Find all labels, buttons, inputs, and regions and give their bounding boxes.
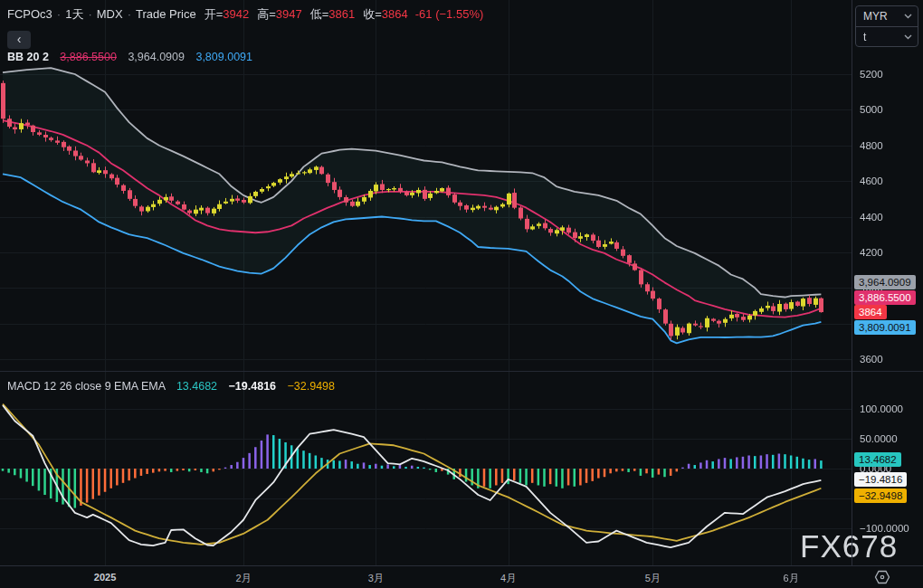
time-axis-label[interactable]: 6月 <box>784 572 799 585</box>
separator: · <box>128 7 131 21</box>
separator: · <box>88 7 91 21</box>
macd-tick: −100.0000 <box>860 523 909 534</box>
ohlc-label: 低= <box>310 7 329 21</box>
bb-basis-value: 3,886.5500 <box>60 51 117 63</box>
price-axis[interactable]: 520050004800460044004200400038003600100.… <box>852 0 923 565</box>
ohlc-label: 开= <box>205 7 224 21</box>
ohlc-label: 高= <box>257 7 276 21</box>
macd-axis-badge: −19.4816 <box>854 472 907 487</box>
interval[interactable]: 1天 <box>65 7 83 21</box>
price-type: Trade Price <box>136 7 196 21</box>
price-tick: 3600 <box>860 354 883 365</box>
unit-value: t <box>863 31 866 43</box>
time-axis-label[interactable]: 5月 <box>645 572 661 585</box>
macd-chart-canvas[interactable] <box>0 372 852 565</box>
exchange: MDX <box>97 7 123 21</box>
ohlc-value: 3864 <box>382 7 408 21</box>
macd-label: MACD 12 26 close 9 EMA EMA <box>7 380 165 393</box>
separator: · <box>57 7 61 21</box>
time-axis-label[interactable]: 2月 <box>235 572 251 585</box>
ohlc-value: 3942 <box>223 7 249 21</box>
last-price-axis-badge: 3864 <box>854 305 887 319</box>
pane-divider[interactable] <box>0 371 923 372</box>
price-tick: 5000 <box>860 104 883 115</box>
ohlc-value: 3947 <box>276 7 302 21</box>
price-tick: 4200 <box>860 247 883 258</box>
ohlc-label: 收= <box>363 7 382 21</box>
macd-signal-value: −32.9498 <box>288 380 335 393</box>
bb-lower-axis-badge: 3,809.0091 <box>854 320 916 335</box>
chevron-left-icon: ‹ <box>17 32 22 46</box>
bb-upper-value: 3,964.0909 <box>128 51 185 63</box>
bb-upper-axis-badge: 3,964.0909 <box>854 275 916 289</box>
bb-basis-axis-badge: 3,886.5500 <box>854 290 916 305</box>
signal-axis-badge: −32.9498 <box>854 488 907 503</box>
back-button[interactable]: ‹ <box>7 31 31 49</box>
bb-indicator-row[interactable]: BB 20 2 3,886.5500 3,964.0909 3,809.0091 <box>7 51 252 63</box>
macd-tick: 50.0000 <box>860 433 898 444</box>
bb-label: BB 20 2 <box>7 51 49 63</box>
currency-value: MYR <box>863 10 888 23</box>
macd-indicator-row[interactable]: MACD 12 26 close 9 EMA EMA 13.4682 −19.4… <box>7 380 335 393</box>
ohlc-value: 3861 <box>328 7 355 21</box>
macd-line-value: −19.4816 <box>229 380 276 393</box>
ohlc-values: 开=3942高=3947低=3861收=3864 <box>196 7 408 21</box>
bb-lower-value: 3,809.0091 <box>195 51 252 63</box>
time-axis[interactable]: 20252月3月4月5月6月 <box>0 565 923 588</box>
currency-dropdown[interactable]: MYR <box>856 6 918 26</box>
hist-axis-badge: 13.4682 <box>854 452 901 467</box>
time-axis-label[interactable]: 4月 <box>500 572 516 585</box>
chevron-down-icon <box>904 14 912 19</box>
price-tick: 4400 <box>860 212 883 223</box>
symbol-name[interactable]: FCPOc3 <box>7 7 52 21</box>
unit-dropdown[interactable]: t <box>856 27 918 47</box>
time-axis-label[interactable]: 3月 <box>368 572 384 585</box>
hexagon-settings-icon[interactable] <box>874 570 890 584</box>
price-tick: 5200 <box>860 69 883 80</box>
macd-tick: 100.0000 <box>860 403 903 414</box>
time-axis-label[interactable]: 2025 <box>94 572 116 583</box>
macd-hist-value: 13.4682 <box>176 380 217 393</box>
change-value: -61 (−1.55%) <box>415 7 484 21</box>
symbol-header: FCPOc3·1天·MDX·Trade Price开=3942高=3947低=3… <box>7 6 483 23</box>
price-tick: 4600 <box>860 175 883 186</box>
axis-unit-dropdowns: MYR t <box>855 5 918 47</box>
price-tick: 4800 <box>860 140 883 151</box>
chevron-down-icon <box>904 34 912 40</box>
chart-window: FCPOc3·1天·MDX·Trade Price开=3942高=3947低=3… <box>0 0 923 588</box>
